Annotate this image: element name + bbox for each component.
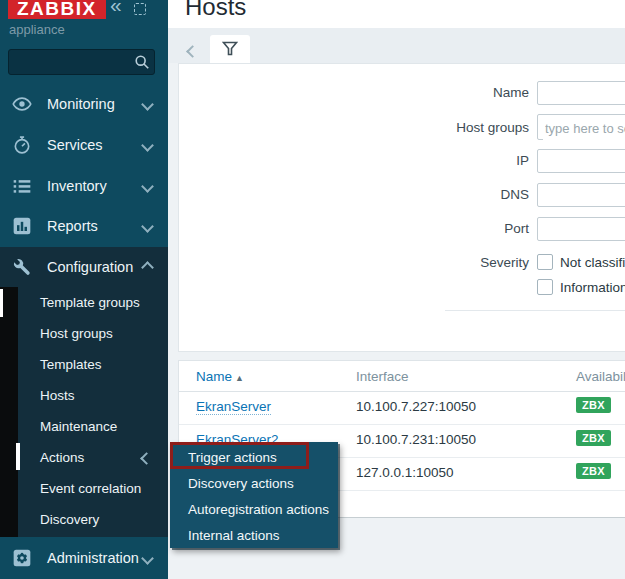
- host-groups-label: Host groups: [179, 120, 529, 135]
- submenu-label: Actions: [40, 450, 84, 465]
- sort-asc-icon: ▲: [235, 373, 244, 383]
- chevron-left-icon: [140, 452, 153, 465]
- severity-information-label: Information: [560, 280, 625, 295]
- flyout-item-autoregistration-actions[interactable]: Autoregistration actions: [170, 497, 338, 523]
- filter-buttons-divider: [445, 310, 625, 311]
- sidebar-item-label: Administration: [47, 550, 139, 566]
- table-row: EkranServer 10.100.7.227:10050 ZBX: [179, 391, 625, 425]
- funnel-icon: [222, 41, 238, 57]
- port-filter-input[interactable]: [537, 217, 625, 241]
- sidebar: ZABBIX appliance Monitoring: [0, 0, 168, 579]
- red-highlight-box: [170, 442, 309, 469]
- host-interface: 10.100.7.231:10050: [356, 432, 476, 447]
- chevron-up-icon: [141, 261, 154, 274]
- sidebar-item-administration[interactable]: Administration: [0, 538, 168, 578]
- bar-chart-icon: [12, 216, 32, 236]
- port-label: Port: [179, 221, 529, 236]
- sidebar-item-maintenance[interactable]: Maintenance: [0, 411, 168, 442]
- zabbix-app-window: Hosts Name Host groups IP DNS Port Sever…: [0, 0, 625, 579]
- tab-scroll-left-icon[interactable]: [188, 42, 197, 60]
- sidebar-item-discovery[interactable]: Discovery: [0, 504, 168, 535]
- sidebar-item-host-groups[interactable]: Host groups: [0, 318, 168, 349]
- column-header-availability: Availability: [576, 369, 625, 384]
- submenu-label: Hosts: [40, 388, 75, 403]
- search-icon: [134, 54, 150, 70]
- availability-badge: ZBX: [576, 463, 611, 479]
- sidebar-search: [8, 49, 155, 75]
- sidebar-item-event-correlation[interactable]: Event correlation: [0, 473, 168, 504]
- column-header-name-label: Name: [196, 369, 232, 384]
- sidebar-item-monitoring[interactable]: Monitoring: [0, 84, 168, 124]
- sidebar-item-templates[interactable]: Templates: [0, 349, 168, 380]
- sidebar-item-configuration[interactable]: Configuration: [0, 247, 168, 287]
- host-interface: 127.0.0.1:10050: [356, 465, 454, 480]
- wrench-icon: [12, 257, 32, 277]
- sidebar-item-reports[interactable]: Reports: [0, 206, 168, 246]
- chevron-down-icon: [141, 139, 154, 152]
- filter-tab[interactable]: [210, 35, 250, 63]
- chevron-down-icon: [141, 180, 154, 193]
- host-interface: 10.100.7.227:10050: [356, 399, 476, 414]
- gear-icon: [12, 548, 32, 568]
- sidebar-item-services[interactable]: Services: [0, 125, 168, 165]
- hide-sidebar-icon[interactable]: [134, 3, 146, 15]
- stopwatch-icon: [12, 135, 32, 155]
- host-groups-multiselect[interactable]: [537, 114, 625, 140]
- submenu-label: Event correlation: [40, 481, 141, 496]
- chevron-down-icon: [141, 552, 154, 565]
- host-groups-input[interactable]: [543, 116, 625, 140]
- filter-panel: Name Host groups IP DNS Port Severity No…: [178, 63, 625, 352]
- sidebar-item-label: Services: [47, 137, 103, 153]
- availability-badge: ZBX: [576, 430, 611, 446]
- zabbix-logo: ZABBIX: [8, 0, 106, 19]
- sidebar-item-actions[interactable]: Actions: [0, 442, 168, 473]
- collapse-sidebar-icon[interactable]: [110, 0, 122, 17]
- sidebar-item-label: Inventory: [47, 178, 107, 194]
- submenu-label: Maintenance: [40, 419, 117, 434]
- severity-not-classified-checkbox[interactable]: [537, 254, 553, 270]
- column-header-interface: Interface: [356, 369, 409, 384]
- submenu-label: Host groups: [40, 326, 113, 341]
- submenu-label: Template groups: [40, 295, 140, 310]
- host-link[interactable]: EkranServer: [196, 399, 271, 415]
- submenu-label: Templates: [40, 357, 102, 372]
- dns-filter-input[interactable]: [537, 183, 625, 207]
- submenu-label: Discovery: [40, 512, 99, 527]
- sidebar-item-hosts[interactable]: Hosts: [0, 380, 168, 411]
- sidebar-item-label: Reports: [47, 218, 98, 234]
- flyout-item-internal-actions[interactable]: Internal actions: [170, 523, 338, 549]
- sidebar-item-inventory[interactable]: Inventory: [0, 166, 168, 206]
- severity-label: Severity: [179, 255, 529, 270]
- chevron-down-icon: [141, 220, 154, 233]
- list-icon: [12, 176, 32, 196]
- ip-filter-input[interactable]: [537, 149, 625, 173]
- name-label: Name: [179, 85, 529, 100]
- column-header-name[interactable]: Name▲: [196, 369, 244, 384]
- severity-not-classified-label: Not classified: [560, 255, 625, 270]
- active-item-marker: [16, 443, 20, 470]
- server-name: appliance: [9, 22, 65, 37]
- name-filter-input[interactable]: [537, 81, 625, 105]
- ip-label: IP: [179, 153, 529, 168]
- sidebar-item-label: Monitoring: [47, 96, 115, 112]
- chevron-down-icon: [141, 98, 154, 111]
- availability-badge: ZBX: [576, 397, 611, 413]
- sidebar-item-label: Configuration: [47, 259, 133, 275]
- severity-information-checkbox[interactable]: [537, 279, 553, 295]
- search-input[interactable]: [8, 49, 155, 75]
- eye-icon: [12, 94, 32, 114]
- sidebar-item-template-groups[interactable]: Template groups: [0, 287, 168, 318]
- dns-label: DNS: [179, 187, 529, 202]
- page-title: Hosts: [185, 0, 246, 21]
- chevron-left-icon: [186, 45, 199, 58]
- flyout-item-discovery-actions[interactable]: Discovery actions: [170, 471, 338, 497]
